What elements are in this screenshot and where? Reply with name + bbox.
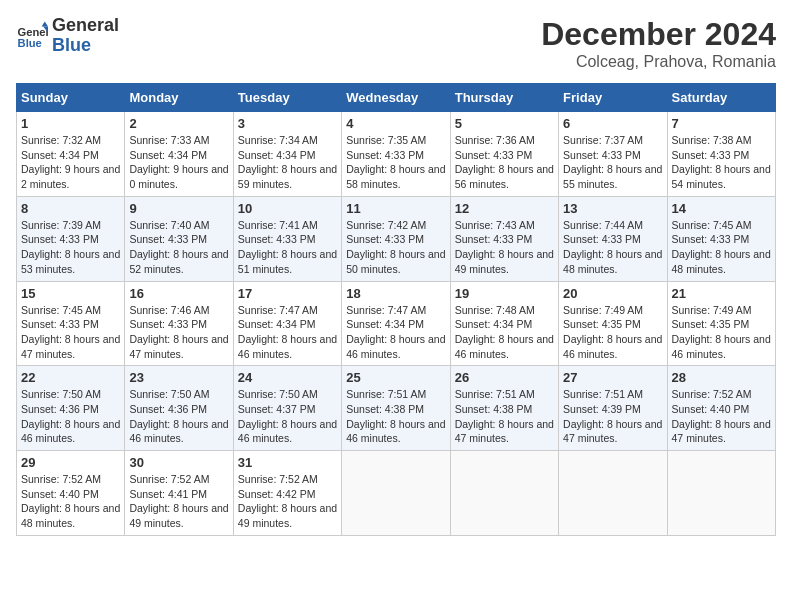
day-number: 30: [129, 455, 228, 470]
day-info: Sunrise: 7:52 AM Sunset: 4:42 PM Dayligh…: [238, 472, 337, 531]
day-of-week-header: Thursday: [450, 84, 558, 112]
calendar-day-cell: 10 Sunrise: 7:41 AM Sunset: 4:33 PM Dayl…: [233, 196, 341, 281]
calendar-day-cell: 2 Sunrise: 7:33 AM Sunset: 4:34 PM Dayli…: [125, 112, 233, 197]
day-number: 25: [346, 370, 445, 385]
day-info: Sunrise: 7:44 AM Sunset: 4:33 PM Dayligh…: [563, 218, 662, 277]
calendar-day-cell: 31 Sunrise: 7:52 AM Sunset: 4:42 PM Dayl…: [233, 451, 341, 536]
day-number: 5: [455, 116, 554, 131]
day-number: 6: [563, 116, 662, 131]
calendar-day-cell: 24 Sunrise: 7:50 AM Sunset: 4:37 PM Dayl…: [233, 366, 341, 451]
calendar-day-cell: [667, 451, 775, 536]
day-of-week-header: Wednesday: [342, 84, 450, 112]
svg-text:Blue: Blue: [18, 37, 42, 49]
day-info: Sunrise: 7:45 AM Sunset: 4:33 PM Dayligh…: [672, 218, 771, 277]
day-info: Sunrise: 7:35 AM Sunset: 4:33 PM Dayligh…: [346, 133, 445, 192]
day-info: Sunrise: 7:37 AM Sunset: 4:33 PM Dayligh…: [563, 133, 662, 192]
day-info: Sunrise: 7:47 AM Sunset: 4:34 PM Dayligh…: [238, 303, 337, 362]
day-info: Sunrise: 7:51 AM Sunset: 4:39 PM Dayligh…: [563, 387, 662, 446]
day-info: Sunrise: 7:40 AM Sunset: 4:33 PM Dayligh…: [129, 218, 228, 277]
calendar-day-cell: 16 Sunrise: 7:46 AM Sunset: 4:33 PM Dayl…: [125, 281, 233, 366]
page-header: General Blue General Blue December 2024 …: [16, 16, 776, 71]
calendar-day-cell: 5 Sunrise: 7:36 AM Sunset: 4:33 PM Dayli…: [450, 112, 558, 197]
calendar-day-cell: 27 Sunrise: 7:51 AM Sunset: 4:39 PM Dayl…: [559, 366, 667, 451]
calendar-day-cell: 4 Sunrise: 7:35 AM Sunset: 4:33 PM Dayli…: [342, 112, 450, 197]
calendar-day-cell: 25 Sunrise: 7:51 AM Sunset: 4:38 PM Dayl…: [342, 366, 450, 451]
calendar-day-cell: [342, 451, 450, 536]
day-info: Sunrise: 7:49 AM Sunset: 4:35 PM Dayligh…: [672, 303, 771, 362]
calendar-table: SundayMondayTuesdayWednesdayThursdayFrid…: [16, 83, 776, 536]
day-info: Sunrise: 7:49 AM Sunset: 4:35 PM Dayligh…: [563, 303, 662, 362]
day-number: 11: [346, 201, 445, 216]
day-number: 3: [238, 116, 337, 131]
calendar-week-row: 22 Sunrise: 7:50 AM Sunset: 4:36 PM Dayl…: [17, 366, 776, 451]
svg-text:General: General: [18, 26, 48, 38]
calendar-day-cell: 6 Sunrise: 7:37 AM Sunset: 4:33 PM Dayli…: [559, 112, 667, 197]
calendar-day-cell: [559, 451, 667, 536]
day-info: Sunrise: 7:36 AM Sunset: 4:33 PM Dayligh…: [455, 133, 554, 192]
day-info: Sunrise: 7:51 AM Sunset: 4:38 PM Dayligh…: [346, 387, 445, 446]
day-number: 28: [672, 370, 771, 385]
day-number: 23: [129, 370, 228, 385]
logo-icon: General Blue: [16, 20, 48, 52]
calendar-day-cell: 1 Sunrise: 7:32 AM Sunset: 4:34 PM Dayli…: [17, 112, 125, 197]
day-number: 22: [21, 370, 120, 385]
day-number: 26: [455, 370, 554, 385]
calendar-day-cell: 19 Sunrise: 7:48 AM Sunset: 4:34 PM Dayl…: [450, 281, 558, 366]
day-number: 1: [21, 116, 120, 131]
calendar-day-cell: 26 Sunrise: 7:51 AM Sunset: 4:38 PM Dayl…: [450, 366, 558, 451]
day-number: 31: [238, 455, 337, 470]
day-number: 15: [21, 286, 120, 301]
day-number: 29: [21, 455, 120, 470]
calendar-day-cell: 18 Sunrise: 7:47 AM Sunset: 4:34 PM Dayl…: [342, 281, 450, 366]
day-info: Sunrise: 7:52 AM Sunset: 4:40 PM Dayligh…: [21, 472, 120, 531]
day-number: 13: [563, 201, 662, 216]
day-info: Sunrise: 7:46 AM Sunset: 4:33 PM Dayligh…: [129, 303, 228, 362]
calendar-week-row: 29 Sunrise: 7:52 AM Sunset: 4:40 PM Dayl…: [17, 451, 776, 536]
day-number: 7: [672, 116, 771, 131]
calendar-day-cell: 29 Sunrise: 7:52 AM Sunset: 4:40 PM Dayl…: [17, 451, 125, 536]
day-info: Sunrise: 7:50 AM Sunset: 4:36 PM Dayligh…: [129, 387, 228, 446]
day-info: Sunrise: 7:38 AM Sunset: 4:33 PM Dayligh…: [672, 133, 771, 192]
day-number: 24: [238, 370, 337, 385]
calendar-day-cell: 8 Sunrise: 7:39 AM Sunset: 4:33 PM Dayli…: [17, 196, 125, 281]
calendar-day-cell: 20 Sunrise: 7:49 AM Sunset: 4:35 PM Dayl…: [559, 281, 667, 366]
calendar-day-cell: 28 Sunrise: 7:52 AM Sunset: 4:40 PM Dayl…: [667, 366, 775, 451]
day-of-week-header: Tuesday: [233, 84, 341, 112]
calendar-day-cell: 17 Sunrise: 7:47 AM Sunset: 4:34 PM Dayl…: [233, 281, 341, 366]
day-number: 21: [672, 286, 771, 301]
day-number: 20: [563, 286, 662, 301]
calendar-day-cell: 11 Sunrise: 7:42 AM Sunset: 4:33 PM Dayl…: [342, 196, 450, 281]
day-number: 4: [346, 116, 445, 131]
day-number: 8: [21, 201, 120, 216]
calendar-week-row: 1 Sunrise: 7:32 AM Sunset: 4:34 PM Dayli…: [17, 112, 776, 197]
day-of-week-header: Friday: [559, 84, 667, 112]
month-year-title: December 2024: [541, 16, 776, 53]
logo-text: General Blue: [52, 16, 119, 56]
calendar-week-row: 15 Sunrise: 7:45 AM Sunset: 4:33 PM Dayl…: [17, 281, 776, 366]
day-info: Sunrise: 7:32 AM Sunset: 4:34 PM Dayligh…: [21, 133, 120, 192]
calendar-day-cell: 9 Sunrise: 7:40 AM Sunset: 4:33 PM Dayli…: [125, 196, 233, 281]
day-info: Sunrise: 7:51 AM Sunset: 4:38 PM Dayligh…: [455, 387, 554, 446]
day-of-week-header: Sunday: [17, 84, 125, 112]
calendar-day-cell: 21 Sunrise: 7:49 AM Sunset: 4:35 PM Dayl…: [667, 281, 775, 366]
calendar-day-cell: 23 Sunrise: 7:50 AM Sunset: 4:36 PM Dayl…: [125, 366, 233, 451]
day-number: 12: [455, 201, 554, 216]
day-number: 18: [346, 286, 445, 301]
day-info: Sunrise: 7:33 AM Sunset: 4:34 PM Dayligh…: [129, 133, 228, 192]
day-info: Sunrise: 7:41 AM Sunset: 4:33 PM Dayligh…: [238, 218, 337, 277]
day-number: 10: [238, 201, 337, 216]
day-info: Sunrise: 7:34 AM Sunset: 4:34 PM Dayligh…: [238, 133, 337, 192]
calendar-day-cell: 13 Sunrise: 7:44 AM Sunset: 4:33 PM Dayl…: [559, 196, 667, 281]
calendar-day-cell: 12 Sunrise: 7:43 AM Sunset: 4:33 PM Dayl…: [450, 196, 558, 281]
day-info: Sunrise: 7:43 AM Sunset: 4:33 PM Dayligh…: [455, 218, 554, 277]
day-info: Sunrise: 7:50 AM Sunset: 4:36 PM Dayligh…: [21, 387, 120, 446]
day-info: Sunrise: 7:47 AM Sunset: 4:34 PM Dayligh…: [346, 303, 445, 362]
calendar-header-row: SundayMondayTuesdayWednesdayThursdayFrid…: [17, 84, 776, 112]
calendar-day-cell: 30 Sunrise: 7:52 AM Sunset: 4:41 PM Dayl…: [125, 451, 233, 536]
day-info: Sunrise: 7:45 AM Sunset: 4:33 PM Dayligh…: [21, 303, 120, 362]
calendar-day-cell: 3 Sunrise: 7:34 AM Sunset: 4:34 PM Dayli…: [233, 112, 341, 197]
location-subtitle: Colceag, Prahova, Romania: [541, 53, 776, 71]
day-number: 27: [563, 370, 662, 385]
title-block: December 2024 Colceag, Prahova, Romania: [541, 16, 776, 71]
day-info: Sunrise: 7:42 AM Sunset: 4:33 PM Dayligh…: [346, 218, 445, 277]
